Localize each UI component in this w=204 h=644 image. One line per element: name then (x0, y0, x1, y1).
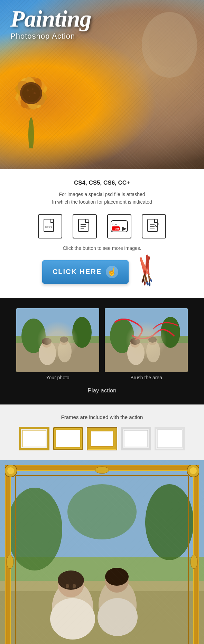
frames-section: Frames are included with the action (0, 404, 204, 460)
hero-title: Painting Photoshop Action (10, 7, 91, 41)
your-photo-label: Your photo (46, 375, 69, 380)
click-here-button[interactable]: CLICK HERE ☝ (42, 260, 129, 284)
tutorial-images-row: Your photo (7, 308, 197, 380)
youtube-icon: You Tube (107, 214, 131, 238)
sunflower-painting (0, 45, 97, 148)
svg-point-63 (127, 341, 145, 365)
frame-item-1 (19, 427, 49, 450)
frames-row (7, 427, 197, 450)
click-area: CLICK HERE ☝ (7, 256, 197, 287)
svg-rect-81 (157, 430, 182, 448)
svg-point-54 (42, 338, 52, 348)
svg-point-50 (21, 319, 46, 353)
painting-scene-1 (16, 308, 99, 372)
hero-title-main: Painting (10, 7, 91, 30)
svg-point-61 (110, 319, 134, 353)
svg-point-66 (148, 337, 157, 345)
svg-point-64 (146, 340, 160, 362)
svg-point-57 (60, 336, 68, 343)
feature-icons-row: PSD You Tube (7, 214, 197, 238)
svg-point-65 (130, 338, 140, 348)
info-section: CS4, CS5, CS6, CC+ For images a special … (0, 169, 204, 298)
svg-point-16 (149, 16, 190, 67)
svg-point-10 (22, 84, 40, 102)
svg-point-52 (39, 341, 56, 365)
final-painting-svg (0, 460, 204, 644)
svg-rect-79 (124, 430, 148, 447)
your-photo-image (16, 308, 99, 372)
svg-point-12 (32, 88, 34, 90)
svg-point-0 (28, 117, 34, 148)
svg-point-68 (148, 336, 157, 343)
your-photo-wrapper: Your photo (16, 308, 99, 380)
svg-rect-76 (91, 431, 113, 446)
info-description: For images a special psd file is attashe… (7, 191, 197, 206)
svg-rect-28 (148, 219, 157, 232)
svg-rect-70 (22, 430, 46, 447)
hero-section: Painting Photoshop Action (0, 0, 204, 169)
info-desc-line2: In which the location for placement is i… (52, 199, 152, 205)
svg-text:PSD: PSD (45, 225, 52, 229)
click-prompt: Click the button to see more images. (7, 245, 197, 251)
click-here-label: CLICK HERE (53, 268, 102, 276)
psd-icon: PSD (38, 214, 62, 238)
svg-text:Tube: Tube (113, 227, 120, 230)
svg-point-51 (72, 317, 92, 348)
frame-item-5 (155, 427, 185, 450)
svg-point-37 (148, 281, 150, 286)
svg-rect-72 (56, 430, 81, 448)
brush-area-label: Brush the area (130, 375, 162, 380)
checklist-icon (142, 214, 166, 238)
hand-icon: ☝ (106, 266, 118, 278)
brushes-decoration (134, 256, 162, 287)
hero-title-sub: Photoshop Action (10, 32, 91, 41)
svg-point-11 (27, 89, 29, 91)
svg-text:You: You (112, 223, 117, 226)
brush-area-wrapper: Brush the area (105, 308, 188, 380)
painting-scene-2 (105, 308, 188, 372)
svg-rect-19 (78, 219, 88, 232)
svg-point-56 (42, 338, 52, 345)
play-action-label: Play action (7, 387, 197, 394)
girl-painting (100, 0, 204, 169)
frame-item-3 (87, 427, 117, 450)
document-icon (73, 214, 97, 238)
version-text: CS4, CS5, CS6, CC+ (7, 179, 197, 186)
frames-title: Frames are included with the action (7, 414, 197, 420)
svg-point-14 (29, 96, 30, 97)
info-desc-line1: For images a special psd file is attashe… (59, 192, 145, 197)
frame-item-2 (53, 427, 83, 450)
final-painting-section: FS 梵摄创意库 · www.FSTVC.cc (0, 460, 204, 644)
svg-point-55 (60, 337, 68, 345)
frame-item-4 (121, 427, 151, 450)
svg-point-67 (130, 338, 140, 345)
svg-point-40 (144, 281, 146, 285)
svg-marker-27 (122, 226, 127, 231)
svg-point-13 (34, 92, 36, 94)
svg-rect-99 (0, 460, 204, 644)
svg-point-53 (58, 340, 72, 362)
tutorial-section: Your photo (0, 298, 204, 404)
brush-area-image (105, 308, 188, 372)
